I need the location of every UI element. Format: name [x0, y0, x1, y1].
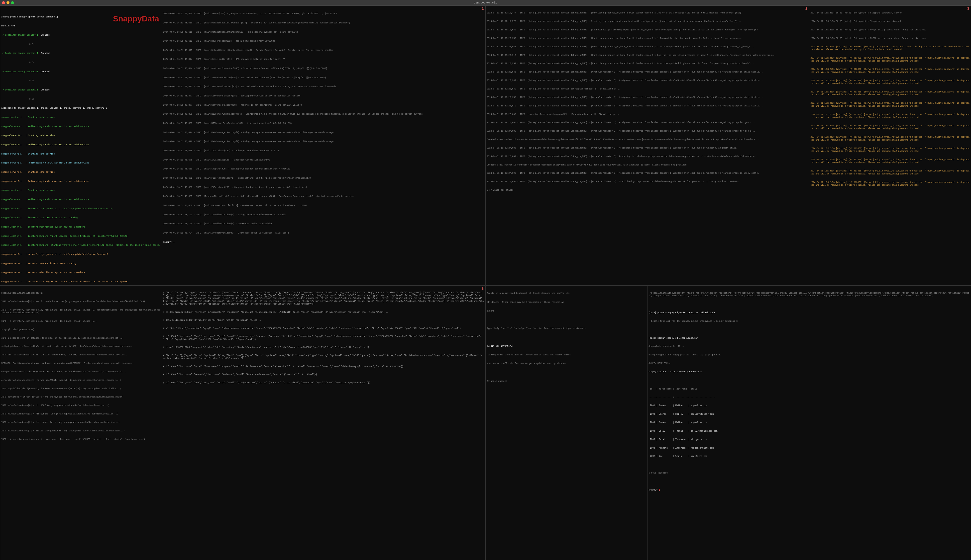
log-line: snappy-server2-1 | Starting sshd service	[1, 171, 160, 174]
log-line: 2024-04-01 16:32:27,098 - INFO [data-pla…	[487, 172, 808, 175]
log-line: INFO KEY: value=Struct{id=1007}, Field(n…	[1, 353, 160, 357]
table-row: 1006 | Kenneth | Anderson | kanderson@ac…	[648, 447, 970, 449]
log-line: 2024-04-01 16:32:27,088 - INFO [data-pla…	[487, 147, 808, 150]
log-line: 2024-04-01 16:32:06 [Warning] [MY-013360…	[811, 80, 970, 85]
log-line: Created a new member id connector-consum…	[487, 164, 808, 167]
panel-4-content[interactable]: 2024-04-01 16:32:04:00:00 [Note] [Entryp…	[809, 6, 971, 285]
log-line: 2024-04-01 16:32:06:00:00 [Note] [Entryp…	[811, 37, 970, 40]
panel-number: 1	[481, 7, 484, 11]
log-line: 2024-04-01 16:32:26,951 - INFO [data-pla…	[487, 46, 808, 48]
log-line: 6 rows selected	[648, 472, 970, 475]
log-line: Using SnappyData's log4j profile: store-…	[648, 353, 970, 357]
log-line: 2024-04-01 16:32:26,950 - INFO [data-pla…	[487, 96, 808, 99]
log-line: 2024-04-01 16:32:27,098 - INFO [data-pla…	[487, 180, 808, 183]
log-line: snappy-locator-1 | locator: LocatorPid=1…	[1, 217, 160, 219]
log-line: {"data_collection_order":{"field":"pos"}…	[163, 319, 485, 322]
log-line: snappy-locator-1 | Starting sshd service	[1, 116, 160, 119]
log-line: snappy-server2-1 | server2: Logs generat…	[1, 253, 160, 256]
log-line: 0.0s	[1, 43, 160, 46]
log-line: snappy-server2-1 | server2: Distributed …	[1, 272, 160, 274]
log-line: {"ts.ms":171380915706,"snapshot":"false"…	[163, 346, 485, 349]
log-line: 2024-04-01 16:32:06:00:00 [Note] [Entryp…	[811, 20, 970, 23]
panel-1-content[interactable]: SnappyData [base] podman-snappy dport5 d…	[0, 6, 162, 285]
table-row: 1005 | Sarah | Thompson | kitt@acme.com	[648, 438, 970, 441]
log-line: STRUCT): Field(name=first_name, index=1,…	[1, 362, 160, 365]
log-line	[648, 328, 970, 331]
panel-5-content[interactable]: debian.DebeziumKafkaSinkTask:341) INFO v…	[0, 286, 162, 560]
log-line: snappy-locator-1 | locator: Running: Sta…	[1, 244, 160, 247]
panel-zookeeper: 1 2024-04-01 16:31:48,584 - INFO [main:S…	[162, 5, 486, 286]
log-line: 2024-04-01 16:31:19,582 - INFO [data-pla…	[487, 29, 808, 32]
log-line: snappy-server2-1 | Redirecting to /bin/s…	[1, 180, 160, 183]
log-line: Oracle is a registered trademark of Orac…	[487, 292, 646, 295]
log-line: 2024-04-01 16:32:26,937 - INFO [data-pla…	[487, 62, 808, 65]
log-line: INFO valueColumnNames[1] = first_name: J…	[1, 413, 160, 415]
log-line: 2024-04-01 16:31:48,794 - INFO [main:ZKA…	[163, 223, 485, 225]
log-line: 2024-04-01 16:32:06 [Warning] [MY-013360…	[811, 102, 970, 108]
log-line: 2024-04-01 16:31:48,611 - INFO [main:Def…	[163, 31, 485, 33]
log-line: 2024-04-01 16:32:06 [Warning] [MY-013360…	[811, 125, 970, 130]
fullscreen-button[interactable]	[11, 1, 14, 4]
log-line: snappy-locator-1 | Redirecting to /bin/s…	[1, 198, 160, 201]
log-line: snappy-server2-1 | server2: ServerPid=10…	[1, 262, 160, 265]
log-line: snappy-locator-1 | locator: Distributed …	[1, 226, 160, 228]
log-line	[648, 303, 970, 306]
log-line: 2024-04-01 16:32:27,008 - INFO [executor…	[487, 113, 808, 116]
log-line: 2024-04-01 16:32:06 [Warning] [MY-013360…	[811, 57, 970, 63]
log-line: {"id":1005,"first_name":"Sarah","last_na…	[163, 365, 485, 368]
table-row: 1002 | George | Bailey | gbailey@foobar.…	[648, 413, 970, 415]
log-line: setUpValueColumns-> tableKey=inventory.c…	[1, 371, 160, 373]
log-line: {"id":1006,"first_name":"Kenneth","last_…	[163, 373, 485, 376]
log-line: 2024-04-01 16:32:19,477 - INFO [data-pla…	[487, 12, 808, 15]
minimize-button[interactable]	[7, 1, 10, 4]
log-line: 2024-04-01 16:31:48,685 - INFO [ProcessT…	[163, 195, 485, 198]
log-line: [base] podman-snappy cd /snappydata/bin	[648, 337, 970, 340]
panel-number: 3	[967, 7, 969, 11]
log-line: 2024-04-01 16:31:48,610 - INFO [main:Def…	[163, 22, 485, 25]
panel-json-stream: 6 {"field":"before"},{"type":"struct","f…	[162, 286, 486, 560]
log-line: SnappyData version 1.1-IF...	[648, 345, 970, 348]
log-line: owners.	[487, 310, 646, 313]
log-line: Running 6/0	[1, 25, 160, 27]
table-row: 1001 | Edward | Walker | ed@walker.com	[648, 404, 970, 407]
window-title: zem.docker.cli	[474, 1, 497, 4]
log-line: ✔ Container snappy-server1-1 Created	[1, 52, 160, 55]
panel-3-content[interactable]: 2024-04-01 16:32:19,477 - INFO [data-pla…	[486, 6, 809, 285]
log-line: 2024-04-01 16:32:06 [Warning] [MY-013360…	[811, 158, 970, 164]
log-line: 2024-04-01 16:31:48,678 - INFO [main:ZKD…	[163, 150, 485, 152]
log-line: 2024-04-01 16:32:06 [Warning] [MY-013360…	[811, 113, 970, 119]
panel-kafka-sink: debian.DebeziumKafkaSinkTask:341) INFO v…	[0, 286, 162, 560]
log-line	[648, 463, 970, 466]
log-line: 2024-04-01 16:32:26,949 - INFO [data-pla…	[487, 88, 808, 90]
log-line: [base] podman-snappy cd_docker debezium.…	[648, 312, 970, 314]
log-line: 2024-04-01 16:32:26,947 - INFO [data-pla…	[487, 79, 808, 82]
log-line: Created a new member id connector-consum…	[487, 138, 808, 141]
log-line: INFO > inventory.customers (id, first_na…	[1, 309, 160, 315]
log-line: 2024-04-01 16:31:48,683 - INFO [main:ZKD…	[163, 186, 485, 189]
panel-mysql-warnings: 3 2024-04-01 16:32:04:00:00 [Note] [Entr…	[809, 5, 971, 286]
log-line: Attaching to snappy-leader1-1, snappy-lo…	[1, 107, 160, 110]
log-line: 2024-04-01 16:32:27,086 - INFO [data-pla…	[487, 130, 808, 133]
log-line: 2024-04-01 16:31:48,877 - INFO [main:Jet…	[163, 85, 485, 88]
log-line: snappy-leader1-1 | Redirecting to /bin/s…	[1, 143, 160, 146]
log-line: =inventory.table=customers, server_id=23…	[1, 379, 160, 382]
log-line	[648, 480, 970, 483]
panel-number: 6	[481, 287, 484, 291]
panel-7-content[interactable]: Oracle is a registered trademark of Orac…	[486, 286, 647, 560]
log-line: snappy-leader1-1 | Starting sshd service	[1, 134, 160, 137]
log-line	[648, 379, 970, 382]
table-row: 1004 | Sally | Thomas | sally.thomas@acm…	[648, 430, 970, 432]
log-line: {"debeziumKafkaSinkConnector","tasks.max…	[648, 292, 970, 298]
log-line: ✔ Container snappy-leader1-1 Created	[1, 89, 160, 92]
log-line: snappy-locator-1 | locator: Running Thri…	[1, 235, 160, 238]
log-line: affiliates. Other names may be trademark…	[487, 301, 646, 304]
panel-6-content[interactable]: {"field":"before"},{"type":"struct","fie…	[162, 286, 485, 560]
log-line: INFO keyFields=[Field(name=id, index=0, …	[1, 388, 160, 390]
log-line: 2024-04-01 16:31:48,584 - INFO [main:Ser…	[163, 12, 485, 15]
log-line: {"to.debezium.data.Enum","version":1,"pa…	[163, 311, 485, 314]
panel-2-content[interactable]: 2024-04-01 16:31:48,584 - INFO [main:Ser…	[162, 6, 485, 285]
log-line: Reading table information for completion…	[487, 353, 646, 357]
log-line: 2024-04-01 16:31:48,680 - INFO [main:Sna…	[163, 168, 485, 170]
close-button[interactable]	[2, 1, 5, 4]
panel-8-content[interactable]: {"debeziumKafkaSinkConnector","tasks.max…	[647, 286, 971, 560]
